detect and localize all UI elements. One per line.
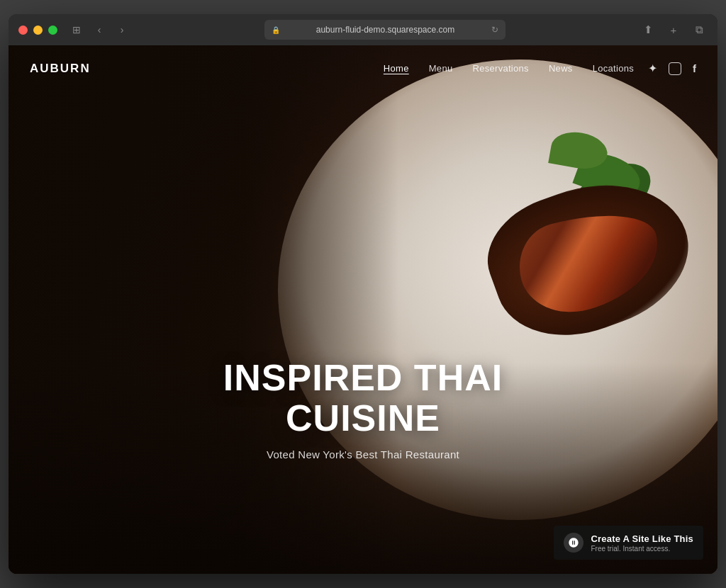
hero-subtitle: Voted New York's Best Thai Restaurant [9, 448, 717, 460]
share-button[interactable]: ⬆ [640, 21, 657, 38]
title-bar: ⊞ ‹ › 🔒 auburn-fluid-demo.squarespace.co… [9, 14, 717, 45]
hero-content: INSPIRED THAI CUISINE Voted New York's B… [9, 358, 717, 460]
new-tab-button[interactable]: + [665, 21, 682, 38]
lock-icon: 🔒 [272, 26, 280, 34]
instagram-icon[interactable] [669, 62, 681, 75]
mac-window: ⊞ ‹ › 🔒 auburn-fluid-demo.squarespace.co… [9, 14, 717, 574]
nav-social [648, 62, 696, 75]
nav-links: Home Menu Reservations News Locations [384, 63, 634, 74]
hero-title: INSPIRED THAI CUISINE [9, 358, 717, 439]
browser-controls: ⊞ ‹ › [69, 22, 130, 38]
squarespace-cta-text: Create A Site Like This Free trial. Inst… [591, 533, 693, 553]
cta-subtitle: Free trial. Instant access. [591, 545, 693, 553]
refresh-button[interactable]: ↻ [491, 25, 498, 35]
forward-button[interactable]: › [114, 22, 130, 38]
address-bar[interactable]: 🔒 auburn-fluid-demo.squarespace.com ↻ [264, 20, 506, 40]
toolbar-right: ⬆ + ⧉ [640, 21, 708, 38]
sidebar-toggle-button[interactable]: ⊞ [69, 22, 84, 38]
address-bar-container: 🔒 auburn-fluid-demo.squarespace.com ↻ [172, 20, 597, 40]
nav-menu[interactable]: Menu [429, 63, 453, 74]
minimize-button[interactable] [33, 26, 43, 35]
nav-locations[interactable]: Locations [593, 63, 634, 74]
nav-home[interactable]: Home [384, 63, 409, 74]
url-text: auburn-fluid-demo.squarespace.com [284, 25, 487, 35]
squarespace-cta[interactable]: Create A Site Like This Free trial. Inst… [554, 526, 703, 560]
browser-background: ⊞ ‹ › 🔒 auburn-fluid-demo.squarespace.co… [0, 0, 726, 588]
windows-button[interactable]: ⧉ [691, 21, 708, 38]
site-logo[interactable]: AUBURN [30, 62, 91, 76]
squarespace-logo [564, 533, 583, 553]
back-button[interactable]: ‹ [91, 22, 107, 38]
traffic-lights [18, 26, 57, 35]
facebook-icon[interactable] [693, 62, 696, 75]
nav-news[interactable]: News [549, 63, 573, 74]
nav-reservations[interactable]: Reservations [472, 63, 528, 74]
close-button[interactable] [18, 26, 28, 35]
maximize-button[interactable] [48, 26, 57, 35]
cta-title: Create A Site Like This [591, 533, 693, 544]
yelp-icon[interactable] [648, 62, 657, 75]
site-navigation: AUBURN Home Menu Reservations News Locat… [9, 45, 717, 91]
website-content: AUBURN Home Menu Reservations News Locat… [9, 45, 717, 574]
